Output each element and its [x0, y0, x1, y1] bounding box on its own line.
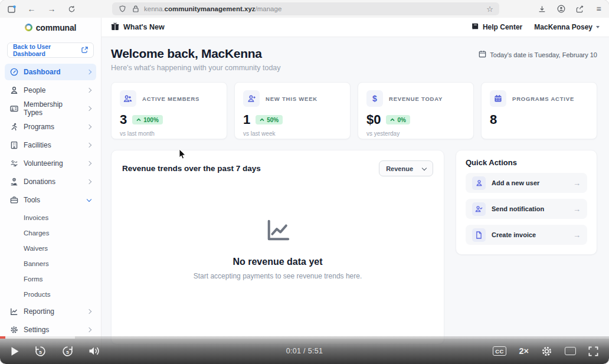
sidebar-subitem-products[interactable]: Products [5, 287, 96, 302]
user-menu[interactable]: MacKenna Posey [534, 23, 600, 31]
sidebar-subitem-invoices[interactable]: Invoices [5, 210, 96, 225]
back-icon[interactable]: ← [27, 5, 36, 14]
logo[interactable]: communal [0, 18, 101, 37]
help-center-link[interactable]: Help Center [472, 22, 522, 32]
quick-actions-title: Quick Actions [466, 158, 587, 167]
timeline-buffered [0, 336, 75, 339]
whats-new-link[interactable]: What's New [111, 22, 165, 32]
subitem-label: Invoices [24, 214, 48, 221]
caret-up-icon [390, 118, 395, 122]
trend-badge: 0% [386, 115, 410, 124]
caret-up-icon [260, 118, 264, 122]
video-time-display: 0:01 / 5:51 [286, 347, 323, 355]
sidebar-item-reporting[interactable]: Reporting [5, 303, 96, 320]
page-subtitle: Here's what's happening with your commun… [111, 64, 281, 72]
sidebar: communal Back to User Dashboard Dashboar… [0, 18, 102, 364]
sidebar-item-settings[interactable]: Settings [5, 322, 96, 338]
subitem-label: Products [24, 291, 50, 298]
calendar-icon [479, 50, 486, 59]
forward-5-button[interactable]: 5 [61, 345, 74, 358]
sidebar-item-volunteering[interactable]: Volunteering [5, 155, 96, 172]
url-text: kenna.communitymanagement.xyz/manage [144, 5, 281, 12]
members-icon [120, 90, 136, 107]
svg-text:5: 5 [66, 349, 69, 355]
gear-icon [10, 326, 18, 334]
reporting-chart-icon [10, 307, 18, 316]
captions-button[interactable]: CC [493, 346, 507, 356]
forward-icon[interactable]: → [47, 5, 56, 14]
stat-label: NEW THIS WEEK [266, 96, 317, 102]
chevron-down-icon [87, 196, 91, 201]
chevron-right-icon [87, 179, 91, 184]
action-label: Add a new user [492, 179, 539, 186]
sidebar-item-label: Membership Types [24, 100, 82, 117]
arrow-right-icon: → [573, 205, 581, 214]
empty-state: No revenue data yet Start accepting paym… [122, 219, 433, 280]
stat-card-new-this-week: NEW THIS WEEK 1 50% vs last week [234, 82, 351, 139]
user-icon [472, 176, 486, 190]
sidebar-item-donations[interactable]: Donations [5, 173, 96, 190]
volume-icon[interactable] [89, 346, 100, 356]
subitem-label: Forms [24, 276, 43, 283]
share-icon[interactable] [575, 5, 584, 14]
back-to-user-dashboard-button[interactable]: Back to User Dashboard [7, 42, 94, 58]
revenue-metric-dropdown[interactable]: Revenue [379, 160, 433, 176]
lock-icon[interactable] [131, 5, 140, 14]
settings-gear-icon[interactable] [541, 346, 552, 357]
hand-heart-icon [10, 159, 18, 168]
url-bar[interactable]: kenna.communitymanagement.xyz/manage ☆ [112, 2, 499, 15]
stat-card-revenue-today: $ REVENUE TODAY $0 0% vs yesterday [358, 82, 474, 139]
sidebar-subitem-forms[interactable]: Forms [5, 271, 96, 287]
sidebar-item-facilities[interactable]: Facilities [5, 137, 96, 153]
sidebar-subitem-banners[interactable]: Banners [5, 256, 96, 271]
timeline-played [0, 336, 5, 339]
downloads-icon[interactable] [538, 5, 546, 14]
bookmark-star-icon[interactable]: ☆ [486, 5, 493, 14]
dollar-icon: $ [366, 90, 383, 107]
date-chip: Today's date is Tuesday, February 10 [479, 50, 597, 59]
date-text: Today's date is Tuesday, February 10 [490, 51, 597, 58]
profile-icon[interactable] [556, 5, 565, 14]
sidebar-item-label: Reporting [24, 307, 54, 316]
picture-in-picture-button[interactable] [565, 347, 576, 355]
chevron-right-icon [87, 143, 91, 147]
line-chart-icon [264, 219, 292, 246]
sidebar-item-label: Tools [24, 196, 40, 204]
subitem-label: Waivers [24, 245, 48, 252]
add-new-user-button[interactable]: Add a new user → [466, 173, 587, 193]
sidebar-item-label: People [24, 86, 45, 94]
sidebar-item-tools[interactable]: Tools [5, 192, 96, 208]
stat-card-active-members: ACTIVE MEMBERS 3 100% vs last month [111, 82, 227, 139]
video-timeline[interactable] [0, 336, 609, 339]
stat-card-programs-active: PROGRAMS ACTIVE 8 [481, 82, 597, 139]
fullscreen-button[interactable] [588, 346, 598, 356]
main-content: Welcome back, MacKenna Here's what's hap… [102, 37, 609, 364]
create-invoice-button[interactable]: Create invoice → [466, 225, 587, 245]
play-button[interactable] [11, 346, 19, 356]
toolbox-icon [10, 196, 18, 204]
chevron-right-icon [87, 106, 91, 111]
shield-icon[interactable] [118, 5, 127, 14]
logo-text: communal [36, 23, 76, 32]
video-controls-overlay: 5 5 0:01 / 5:51 CC 2× [0, 336, 609, 364]
sidebar-subitem-waivers[interactable]: Waivers [5, 241, 96, 256]
sidebar-item-dashboard[interactable]: Dashboard [5, 64, 96, 80]
send-notification-button[interactable]: Send notification → [466, 199, 587, 219]
chevron-right-icon [87, 124, 91, 129]
subitem-label: Banners [24, 260, 49, 267]
rewind-5-button[interactable]: 5 [34, 345, 47, 358]
sidebar-item-people[interactable]: People [5, 82, 96, 99]
sidebar-item-label: Donations [24, 178, 55, 186]
playback-speed-button[interactable]: 2× [519, 346, 529, 356]
sidebar-subitem-charges[interactable]: Charges [5, 225, 96, 241]
caret-up-icon [136, 118, 141, 122]
people-icon [10, 86, 18, 94]
stat-value: 8 [490, 112, 497, 127]
menu-icon[interactable]: ≡ [594, 5, 603, 14]
caret-down-icon [596, 26, 600, 28]
chevron-down-icon [422, 165, 427, 170]
tab-overview-icon[interactable] [7, 5, 16, 14]
sidebar-item-membership-types[interactable]: Membership Types [5, 100, 96, 117]
reload-icon[interactable] [67, 5, 76, 14]
sidebar-item-programs[interactable]: Programs [5, 119, 96, 135]
